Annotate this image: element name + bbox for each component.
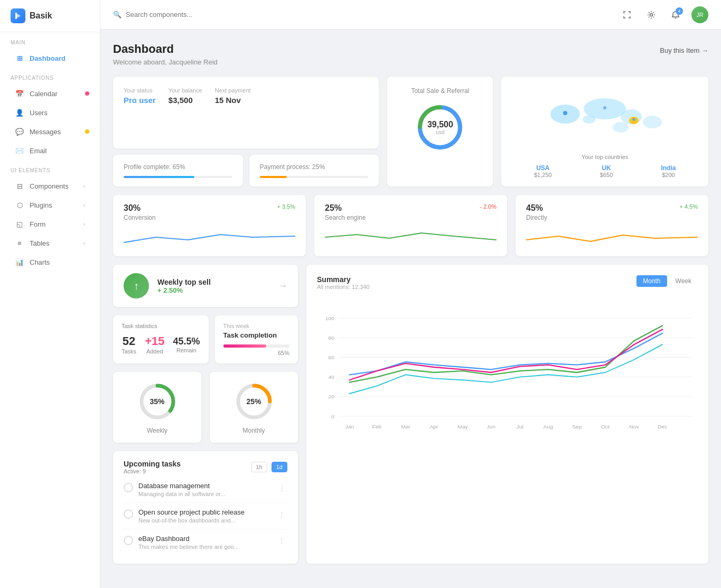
svg-text:Mar: Mar — [401, 424, 410, 430]
weekly-donut-val: 35% — [149, 397, 164, 406]
total-sale-donut: 39,500 usd — [414, 101, 466, 154]
chevron-right-icon2: › — [83, 202, 85, 208]
users-icon: 👤 — [15, 108, 24, 117]
upcoming-header: Upcoming tasks Active: 9 1h 1d — [124, 460, 287, 474]
summary-subtitle: All mentions: 12,340 — [317, 284, 370, 290]
logo-area[interactable]: Basik — [0, 0, 100, 32]
task-text-1: Database management Managing data in all… — [138, 482, 225, 497]
status-item-balance: Your balance $3,500 — [168, 87, 202, 105]
svg-point-2 — [650, 13, 653, 16]
profile-progress-bar-wrap — [124, 176, 232, 178]
search-chart — [325, 227, 497, 248]
task-menu-2[interactable]: ⋮ — [276, 508, 287, 520]
page-title: Dashboard — [113, 42, 218, 56]
components-icon: ⊟ — [15, 181, 24, 191]
applications-section-label: Applications — [0, 68, 100, 84]
svg-text:Jul: Jul — [517, 424, 523, 430]
sidebar-item-plugins[interactable]: ⬡ Plugins › — [4, 195, 96, 214]
app-name: Basik — [30, 11, 52, 21]
list-item: Database management Managing data in all… — [124, 477, 287, 503]
fullscreen-button[interactable] — [619, 6, 635, 23]
balance-value: $3,500 — [168, 96, 202, 105]
weekly-sell-icon: ↑ — [124, 273, 149, 298]
components-label: Components — [30, 182, 69, 190]
search-input[interactable] — [126, 11, 252, 18]
charts-icon: 📊 — [15, 257, 24, 267]
page-header: Dashboard Welcome aboard, Jacqueline Rei… — [113, 42, 708, 66]
tab-week[interactable]: Week — [669, 275, 698, 287]
sidebar-item-calendar[interactable]: 📅 Calendar — [4, 84, 96, 103]
notifications-button[interactable]: 4 — [667, 6, 684, 23]
weekly-sell-arrow[interactable]: → — [279, 281, 287, 291]
task-checkbox-3[interactable] — [124, 536, 133, 545]
svg-text:60: 60 — [329, 355, 335, 360]
sidebar-item-email[interactable]: ✉️ Email — [4, 141, 96, 160]
payment-label: Next payment — [215, 87, 251, 94]
conversion-chart — [124, 227, 295, 248]
chevron-right-icon3: › — [83, 221, 85, 227]
bottom-row: ↑ Weekly top sell + 2.50% → Task statist… — [113, 265, 708, 564]
email-label: Email — [30, 147, 47, 155]
stats-row: 30% Conversion + 3.5% 25% Search engine — [113, 195, 708, 256]
total-sale-card: Total Sale & Referral 39,500 usd — [387, 77, 493, 186]
email-icon: ✉️ — [15, 146, 24, 155]
svg-rect-1 — [15, 13, 17, 19]
main-section-label: Main — [0, 32, 100, 49]
sidebar-item-components[interactable]: ⊟ Components › — [4, 176, 96, 195]
task-text-3: eBay Dashboard This makes me believe the… — [138, 535, 239, 550]
task-text-2: Open source project public release New o… — [138, 508, 245, 524]
task-stats-header: Task statistics — [121, 323, 200, 329]
task-menu-3[interactable]: ⋮ — [276, 535, 287, 547]
charts-label: Charts — [30, 258, 50, 266]
dashboard-icon: ⊞ — [15, 53, 24, 63]
sidebar-item-tables[interactable]: ≡ Tables › — [4, 234, 96, 253]
monthly-donut-card: 25% Monthly — [210, 372, 298, 443]
sidebar-item-messages[interactable]: 💬 Messages — [4, 122, 96, 141]
monthly-donut-label: Monthly — [218, 427, 289, 434]
country-india: India $200 — [661, 164, 676, 178]
weekly-sell-pct: + 2.50% — [157, 286, 211, 294]
tab-1d[interactable]: 1d — [271, 462, 287, 472]
countries-row: USA $1,250 UK $650 India $200 — [510, 164, 700, 178]
users-label: Users — [30, 109, 48, 117]
svg-text:Jan: Jan — [345, 424, 354, 430]
task-count: 52 Tasks — [121, 334, 136, 354]
total-sale-unit: usd — [427, 129, 453, 135]
tables-label: Tables — [30, 239, 50, 247]
svg-point-11 — [613, 122, 629, 133]
calendar-label: Calendar — [30, 90, 58, 98]
task-remain: 45.5% Remain — [173, 336, 200, 353]
topbar-icons: 4 JR — [619, 6, 708, 23]
messages-icon: 💬 — [15, 127, 24, 136]
tab-1h[interactable]: 1h — [251, 462, 267, 472]
search-icon: 🔍 — [113, 11, 121, 18]
status-card: Your status Pro user Your balance $3,500… — [113, 77, 379, 148]
tab-month[interactable]: Month — [636, 275, 667, 287]
sidebar-item-charts[interactable]: 📊 Charts — [4, 253, 96, 272]
ui-section-label: UI elements — [0, 160, 100, 176]
svg-point-10 — [643, 116, 662, 128]
task-checkbox-1[interactable] — [124, 483, 133, 492]
plugins-label: Plugins — [30, 201, 52, 209]
task-checkbox-2[interactable] — [124, 509, 133, 519]
sidebar-item-dashboard[interactable]: ⊞ Dashboard — [4, 49, 96, 68]
period-tabs: Month Week — [636, 275, 698, 287]
settings-button[interactable] — [643, 6, 660, 23]
svg-text:Aug: Aug — [544, 424, 553, 430]
top-countries-title: Your top countries — [510, 154, 700, 160]
task-menu-1[interactable]: ⋮ — [276, 482, 287, 494]
payment-progress-bar-wrap — [260, 176, 369, 178]
summary-header: Summary All mentions: 12,340 Month Week — [317, 275, 698, 290]
total-sale-value: 39,500 — [427, 120, 453, 129]
messages-dot — [85, 129, 89, 134]
sidebar-item-users[interactable]: 👤 Users — [4, 103, 96, 122]
upcoming-active: Active: 9 — [124, 468, 181, 474]
avatar[interactable]: JR — [691, 6, 708, 23]
profile-progress-bar — [124, 176, 194, 178]
summary-header-left: Summary All mentions: 12,340 — [317, 275, 370, 290]
sidebar-item-form[interactable]: ◱ Form › — [4, 214, 96, 234]
profile-complete-title: Profile complete: 65% — [124, 163, 232, 171]
svg-text:Oct: Oct — [601, 424, 610, 430]
buy-link[interactable]: Buy this Item → — [660, 46, 708, 54]
balance-label: Your balance — [168, 87, 202, 94]
